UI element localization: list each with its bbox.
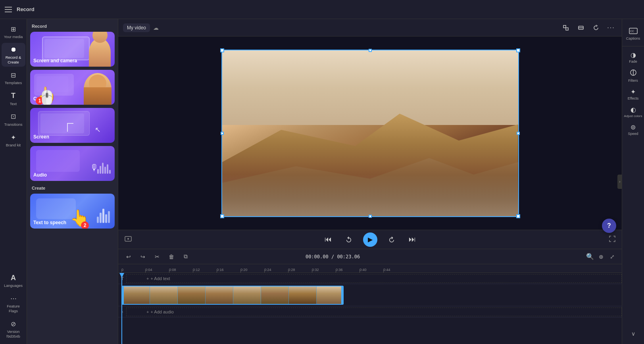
create-section: Create 👆 2 bbox=[30, 186, 115, 229]
undo-button[interactable]: ↩ bbox=[123, 251, 134, 262]
sky-layer bbox=[222, 50, 518, 125]
resize-handle-right[interactable] bbox=[517, 132, 520, 135]
sidebar-item-version[interactable]: ⊘ Version f9d354b bbox=[2, 317, 25, 341]
right-panel-speed[interactable]: ⊚ Speed bbox=[623, 121, 643, 138]
resize-handle-br[interactable] bbox=[516, 214, 520, 218]
adjust-colors-icon: ◐ bbox=[631, 106, 636, 113]
record-card-screen-camera[interactable]: Screen and camera bbox=[30, 32, 115, 67]
timeline-playhead[interactable] bbox=[121, 273, 122, 344]
timeline-content: T + + Add text bbox=[118, 273, 622, 344]
rewind-button[interactable] bbox=[342, 233, 355, 246]
resize-handle-bl[interactable] bbox=[220, 214, 224, 218]
your-media-icon: ⊞ bbox=[9, 25, 18, 33]
playback-controls: ⏮ ▶ ⏭ bbox=[118, 230, 622, 249]
skip-to-end-button[interactable]: ⏭ bbox=[406, 233, 419, 246]
card-label-text-to-speech: Text to speech bbox=[33, 220, 66, 225]
section-title-create: Create bbox=[30, 186, 115, 190]
sidebar-item-languages[interactable]: A Languages bbox=[2, 271, 25, 290]
svg-text:CC: CC bbox=[630, 30, 634, 33]
top-header: Record bbox=[0, 0, 644, 19]
right-panel-fade[interactable]: ◑ Fade bbox=[623, 49, 643, 66]
captions-icon: CC bbox=[629, 28, 638, 36]
create-card-text-to-speech[interactable]: 👆 2 Text to speech bbox=[30, 194, 115, 229]
text-track-content[interactable]: + + Add text bbox=[126, 274, 622, 283]
text-icon: T bbox=[9, 92, 18, 100]
zoom-in-button[interactable]: ⊕ bbox=[596, 252, 606, 261]
record-create-icon: ⏺ bbox=[9, 45, 18, 54]
video-title-tab[interactable]: My video bbox=[123, 23, 150, 32]
resize-handle-tl[interactable] bbox=[220, 48, 224, 52]
resize-handle-top[interactable] bbox=[369, 49, 372, 52]
right-panel-filters[interactable]: Filters bbox=[623, 67, 643, 85]
clip-thumbnail-4 bbox=[206, 286, 233, 304]
sidebar-item-record-create[interactable]: ⏺ Record & Create bbox=[2, 43, 25, 67]
video-clip[interactable] bbox=[121, 286, 344, 305]
resize-handle-bottom[interactable] bbox=[369, 215, 372, 218]
timeline-ruler: 0 0:04 0:08 0:12 0:16 0:20 0:24 0:28 0:3… bbox=[118, 264, 622, 273]
record-card-camera[interactable]: 🖱️ 👆 1 Camera bbox=[30, 70, 115, 105]
sidebar-item-brand-kit[interactable]: ✦ Brand kit bbox=[2, 131, 25, 150]
resize-tool-button[interactable] bbox=[575, 22, 587, 34]
play-pause-button[interactable]: ▶ bbox=[363, 233, 377, 247]
menu-button[interactable] bbox=[5, 7, 12, 12]
sidebar-item-transitions[interactable]: ⊡ Transitions bbox=[2, 110, 25, 129]
help-button[interactable]: ? bbox=[602, 219, 616, 233]
sidebar-item-templates[interactable]: ⊟ Templates bbox=[2, 68, 25, 87]
transitions-icon: ⊡ bbox=[9, 112, 18, 121]
more-options-button[interactable]: ··· bbox=[605, 22, 617, 34]
speed-label: Speed bbox=[628, 132, 638, 136]
right-panel-effects[interactable]: ✦ Effects bbox=[623, 86, 643, 103]
zoom-out-button[interactable]: 🔍 bbox=[585, 252, 595, 261]
clip-trim-right[interactable] bbox=[341, 286, 344, 305]
fade-icon: ◑ bbox=[631, 51, 636, 59]
screen-playback-button[interactable] bbox=[125, 236, 132, 243]
main-layout: ⊞ Your media ⏺ Record & Create ⊟ Templat… bbox=[0, 19, 644, 344]
right-panel-collapse-lower[interactable]: ∨ bbox=[623, 328, 643, 339]
redo-button[interactable]: ↪ bbox=[137, 251, 148, 262]
duplicate-button[interactable]: ⧉ bbox=[180, 251, 191, 262]
video-preview bbox=[222, 50, 518, 216]
clip-thumbnail-6 bbox=[261, 286, 289, 304]
cloud-save-icon[interactable]: ☁ bbox=[153, 25, 159, 31]
effects-label: Effects bbox=[628, 96, 638, 100]
filters-icon bbox=[630, 69, 637, 78]
delete-button[interactable]: 🗑 bbox=[166, 251, 177, 262]
plus-icon-audio: + bbox=[146, 309, 149, 314]
audio-track-content[interactable]: + + Add audio bbox=[126, 307, 622, 316]
languages-icon: A bbox=[9, 273, 18, 282]
fast-forward-button[interactable] bbox=[385, 233, 398, 246]
cut-button[interactable]: ✂ bbox=[152, 251, 163, 262]
ruler-marks: 0 0:04 0:08 0:12 0:16 0:20 0:24 0:28 0:3… bbox=[118, 264, 622, 273]
video-track bbox=[118, 284, 622, 306]
app-section-title: Record bbox=[17, 6, 35, 12]
add-audio-button[interactable]: + + Add audio bbox=[146, 309, 174, 314]
timeline-time-display: 00:00.00 / 00:23.06 bbox=[306, 254, 360, 259]
right-panel-adjust-colors[interactable]: ◐ Adjust colors bbox=[623, 104, 643, 120]
svg-rect-1 bbox=[566, 28, 568, 30]
crop-tool-button[interactable] bbox=[560, 22, 572, 34]
record-panel: Record Screen and camera 🖱️ 👆 1 bbox=[27, 19, 118, 344]
rotate-tool-button[interactable] bbox=[590, 22, 602, 34]
skip-to-start-button[interactable]: ⏮ bbox=[322, 233, 334, 246]
timeline-toolbar: ↩ ↪ ✂ 🗑 ⧉ 00:00.00 / 00:23.06 🔍 ⊕ ⤢ bbox=[118, 249, 622, 264]
add-text-button[interactable]: + + Add text bbox=[146, 276, 170, 281]
captions-button[interactable]: CC Captions bbox=[623, 25, 643, 43]
right-panel: › CC Captions ◑ Fade bbox=[622, 19, 644, 344]
svg-point-5 bbox=[127, 238, 129, 240]
sidebar-label-transitions: Transitions bbox=[4, 122, 22, 127]
video-frame[interactable] bbox=[221, 50, 519, 217]
sidebar-item-your-media[interactable]: ⊞ Your media bbox=[2, 22, 25, 41]
sidebar-label-record-create: Record & Create bbox=[3, 55, 24, 64]
right-panel-expand-button[interactable]: › bbox=[617, 175, 622, 189]
record-card-audio[interactable]: 🎙 Audio bbox=[30, 146, 115, 181]
clip-thumbnail-5 bbox=[233, 286, 261, 304]
record-card-screen[interactable]: ↖ Screen bbox=[30, 108, 115, 143]
effects-icon: ✦ bbox=[631, 88, 636, 96]
resize-handle-left[interactable] bbox=[221, 132, 224, 135]
fullscreen-button[interactable] bbox=[609, 236, 615, 243]
sidebar-item-text[interactable]: T Text bbox=[2, 89, 25, 108]
resize-handle-tr[interactable] bbox=[516, 48, 520, 52]
sidebar-item-feature-flags[interactable]: ⋯ Feature Flags bbox=[2, 292, 25, 315]
fit-timeline-button[interactable]: ⤢ bbox=[607, 252, 617, 261]
version-icon: ⊘ bbox=[9, 319, 18, 328]
